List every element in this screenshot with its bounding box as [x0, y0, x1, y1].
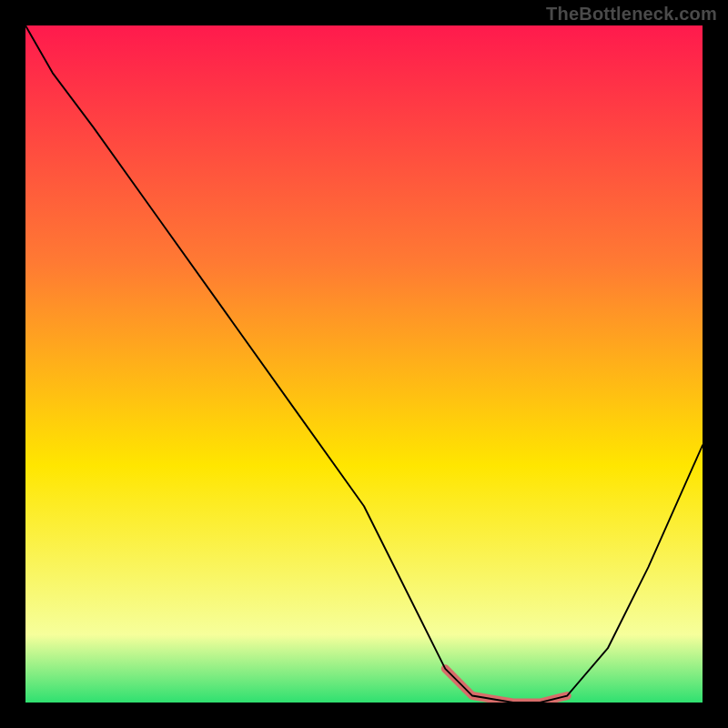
- gradient-bg: [25, 25, 703, 703]
- chart-svg: [25, 25, 703, 703]
- chart-frame: TheBottleneck.com: [0, 0, 728, 728]
- watermark-text: TheBottleneck.com: [546, 4, 717, 25]
- plot-area: [25, 25, 703, 703]
